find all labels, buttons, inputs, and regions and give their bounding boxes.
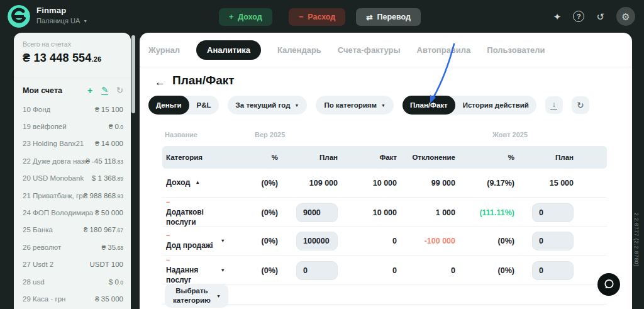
plan-cell-m2 [514,203,574,222]
income-button[interactable]: + Доход [219,8,272,26]
plan-input-m2[interactable] [532,261,574,280]
plan-fact-table: Название Вер 2025 Жовт 2025 Категория % … [162,128,607,284]
refresh-icon: ↻ [577,101,584,110]
cell-deviation-m1: 1 000 [397,208,455,217]
account-amount-main: ₴ 180 967 [84,226,116,233]
view-toggle[interactable]: План/Факт История действий [402,96,536,115]
period-filter[interactable]: За текущий год ▼ [228,96,308,115]
edit-accounts-icon[interactable]: ✎ [101,86,108,95]
category-caret-icon[interactable]: ▼ [221,267,225,274]
account-amount-main: USDT 100 [90,261,123,268]
nav-tab[interactable]: Пользователи [487,45,545,55]
account-name: 21 Приватбанк, грн [23,192,84,199]
nav-tab[interactable]: Календарь [277,45,321,55]
version-label: 2.2.8777 (2.2.8780) [633,213,640,267]
workspace-selector[interactable]: Паляниця UA ▼ [36,17,87,25]
period-filter-label: За текущий год [236,101,291,109]
category-name: Надання послуг [166,265,218,285]
col-deviation-m1: Отклонение [397,154,455,161]
expense-label: Расход [308,13,335,21]
category-cell[interactable]: − Дод продажі ▼ [162,231,226,250]
category-cell[interactable]: − Надання послуг ▼ [162,256,226,285]
refresh-button[interactable]: ↻ [572,96,589,114]
account-name: 22 Дуже довга назва в... [23,157,86,165]
account-amount-main: ₴ 0 [109,123,119,130]
account-amount-main: ₴ 988 868 [84,192,116,199]
add-account-icon[interactable]: + [87,86,92,95]
account-amount-cents: .0 [119,279,123,286]
accounts-title: Мои счета [23,86,87,95]
account-balance: ₴ 14 000 [95,140,123,147]
nav-tab[interactable]: Автоправила [417,45,471,55]
category-minus-icon: − [166,198,170,207]
table-group-header: Название Вер 2025 Жовт 2025 [162,128,607,146]
mode-toggle[interactable]: Деньги P&L [148,96,219,115]
account-list-item[interactable]: 20 USD Monobank $ 1 368.89 [23,170,123,187]
settings-button[interactable]: ⚙ [616,7,635,26]
view-planfact-segment[interactable]: План/Факт [402,96,455,115]
nav-tab[interactable]: Журнал [148,45,180,55]
cell-percent-m1: (0%) [226,237,278,245]
transfer-label: Перевод [377,13,410,21]
chevron-down-icon: ▼ [294,103,299,108]
account-balance: ₴ 15 100 [95,106,123,113]
plan-cell-m1 [278,232,338,250]
total-balance-label: Всего на счетах [23,40,122,48]
category-caret-icon[interactable]: ▼ [221,237,225,244]
account-balance: $ 0.0 [109,278,123,286]
col-category: Категория [162,154,226,161]
account-list-item[interactable]: 24 ФОП Володимира Моно ₴ 50 000 [23,204,123,221]
account-name: 25 Банка [23,226,53,233]
account-list-item[interactable]: 29 Каса - грн ₴ 35 000 [23,290,123,307]
category-caret-icon[interactable]: ▲ [195,179,199,186]
refresh-accounts-icon[interactable]: ↻ [116,86,123,94]
cell-plan-m1: 109 000 [309,179,338,188]
category-cell[interactable]: − Додаткові послуги [162,198,226,227]
chat-bubble-icon [602,278,616,291]
account-name: 26 револют [23,244,61,251]
account-name: 24 ФОП Володимира Моно [23,209,93,216]
mode-pnl-segment[interactable]: P&L [189,101,219,109]
category-name: Додаткові послуги [166,207,218,227]
mode-money-segment[interactable]: Деньги [148,96,189,115]
cell-deviation-m1: 0 [397,266,455,275]
account-list-item[interactable]: 19 вейфопей ₴ 0.0 [23,118,123,135]
transfer-button[interactable]: ⇄ Перевод [356,8,421,26]
back-button[interactable]: ← [155,76,165,89]
account-list-item[interactable]: 21 Приватбанк, грн ₴ 988 868.93 [23,187,123,204]
category-minus-icon: − [166,256,170,265]
category-cell[interactable]: Доход ▲ [162,177,226,188]
account-list-item[interactable]: 22 Дуже довга назва в... ₴ -45 118.83 [23,152,123,169]
account-list-item[interactable]: 27 Usdt 2 USDT 100 [23,256,123,273]
plan-input-m2[interactable] [532,203,574,222]
select-category-button[interactable]: Выбрать категорию ▼ [165,284,228,308]
category-name: Доход [166,177,190,188]
account-list-item[interactable]: 26 револют ₴ 35.68 [23,239,123,256]
account-list-item[interactable]: 25 Банка ₴ 180 967.67 [23,222,123,239]
gear-icon: ⚙ [621,12,630,21]
sidebar-scrollbar[interactable] [131,35,135,113]
grouping-filter[interactable]: По категориям ▼ [316,96,394,115]
account-list-item[interactable]: 23 Holding Banx21 ₴ 14 000 [23,135,123,152]
plan-input-m1[interactable] [296,261,338,280]
chat-button[interactable] [597,273,620,296]
download-button[interactable]: ↓ [545,96,563,114]
plan-input-m1[interactable] [296,203,338,222]
col-plan-m1: План [278,154,338,161]
category-minus-icon: − [166,231,170,240]
history-icon[interactable]: ↺ [596,12,604,21]
account-amount-cents: .89 [116,176,123,182]
expense-button[interactable]: − Расход [289,8,345,26]
account-balance: USDT 100 [90,261,123,268]
nav-tab[interactable]: Счета-фактуры [338,45,401,55]
view-history-segment[interactable]: История действий [455,101,536,109]
account-list-item[interactable]: 28 usd $ 0.0 [23,273,123,290]
tabs-row: ЖурналАналитикаКалендарьСчета-фактурыАвт… [148,40,545,60]
help-icon[interactable]: ? [573,11,584,22]
plan-input-m1[interactable] [296,232,338,250]
sparkle-icon[interactable]: ✦ [553,12,562,21]
account-list-item[interactable]: 10 Фонд ₴ 15 100 [23,101,123,118]
nav-tab[interactable]: Аналитика [196,40,261,60]
finmap-logo-icon[interactable] [8,5,30,28]
plan-input-m2[interactable] [532,232,574,250]
